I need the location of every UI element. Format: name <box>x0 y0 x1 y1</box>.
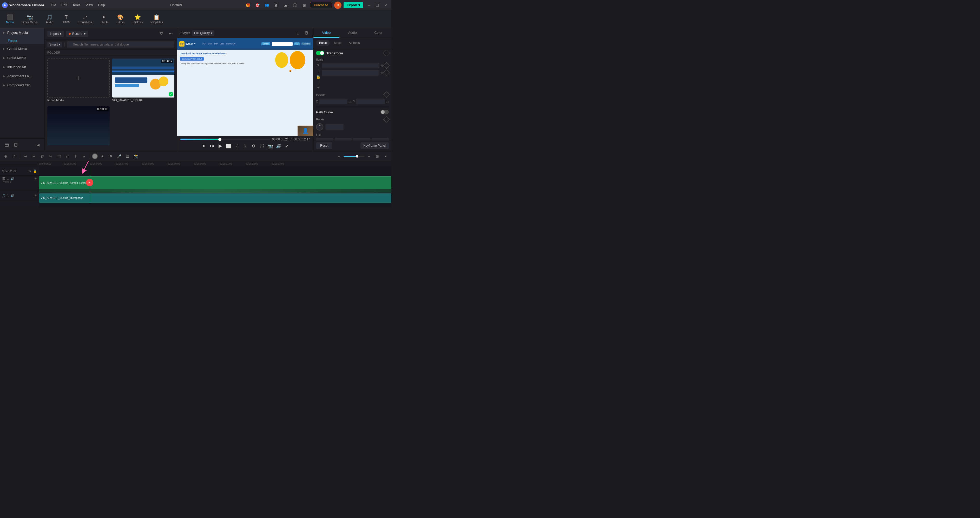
rotate-wheel[interactable] <box>316 123 323 131</box>
tool-audio[interactable]: 🎵 Audio <box>42 13 57 25</box>
mark-out-button[interactable]: } <box>242 142 249 150</box>
import-media-thumb[interactable]: + <box>47 59 110 97</box>
tl-video2-eye-icon[interactable]: 👁 <box>28 169 32 173</box>
add-file-icon[interactable] <box>13 141 20 148</box>
position-keyframe[interactable] <box>383 91 390 98</box>
tl-clip-audio1[interactable]: VID_20241010_063504_Microphone <box>39 193 391 202</box>
tl-layout-button[interactable]: ⊟ <box>374 153 381 160</box>
tl-record-start-button[interactable] <box>92 153 98 159</box>
mark-in-button[interactable]: { <box>233 142 241 150</box>
flip-btn4[interactable]: ▯ <box>372 138 389 140</box>
tool-effects[interactable]: ✦ Effects <box>96 13 112 25</box>
tool-titles[interactable]: T Titles <box>59 13 74 25</box>
position-x-input[interactable]: 0.00 <box>319 99 347 104</box>
media-item-vid1[interactable]: 00:00:12 ✓ VID_20241010_063504 <box>112 59 175 104</box>
scale-x-input[interactable]: 100.00 <box>322 63 379 69</box>
tl-zoom-out-button[interactable]: − <box>335 153 342 160</box>
playback-settings-icon[interactable]: ⚙ <box>250 142 257 150</box>
subtab-ai-tools[interactable]: AI Tools <box>346 40 363 46</box>
menu-help[interactable]: Help <box>95 2 108 8</box>
socialize-btn[interactable]: Socialize <box>301 42 311 45</box>
tool-stock-media[interactable]: 📷 Stock Media <box>19 13 41 25</box>
zoom-thumb[interactable] <box>356 155 358 158</box>
import-media-item[interactable]: + Import Media <box>47 59 110 104</box>
tab-video[interactable]: Video <box>313 28 339 38</box>
smart-dropdown[interactable]: Smart ▾ <box>47 41 62 47</box>
tl-camera-button[interactable]: 📸 <box>132 153 139 160</box>
frame-back-button[interactable]: ⏭ <box>208 142 216 150</box>
tl-select-tool[interactable]: ↗ <box>10 153 18 160</box>
scale-y-input[interactable]: 100.00 <box>322 70 379 76</box>
tl-undo-button[interactable]: ↩ <box>22 153 29 160</box>
reset-button[interactable]: Reset <box>316 142 332 149</box>
media-item-vid2[interactable]: 00:00:19 <box>47 106 110 148</box>
minimize-button[interactable]: ─ <box>365 2 373 8</box>
menu-file[interactable]: File <box>48 2 59 8</box>
headphone-icon[interactable]: 🎧 <box>291 2 299 9</box>
rotate-keyframe[interactable] <box>383 116 390 123</box>
snapshot-button[interactable]: 📷 <box>267 142 274 150</box>
cut-marker[interactable]: ✂ <box>86 179 93 186</box>
transform-toggle[interactable] <box>316 51 325 56</box>
tl-crop-button[interactable]: ⬚ <box>56 153 63 160</box>
menu-view[interactable]: View <box>83 2 95 8</box>
lock-icon[interactable]: 🔒 <box>316 75 320 79</box>
sidebar-item-cloud-media[interactable]: ▶ Cloud Media <box>0 53 45 62</box>
tool-stickers[interactable]: ⭐ Stickers <box>129 13 146 25</box>
keyframe-panel-button[interactable]: Keyframe Panel <box>360 142 389 149</box>
flip-btn3[interactable]: ▭ <box>353 138 370 140</box>
volume-button[interactable]: 🔊 <box>275 142 282 150</box>
tl-cut-button[interactable]: ✂ <box>47 153 54 160</box>
menu-tools[interactable]: Tools <box>70 2 83 8</box>
tl-audio1-eye-icon[interactable]: 👁 <box>34 194 37 198</box>
tl-overlay-button[interactable]: ⬓ <box>124 153 131 160</box>
gift-icon[interactable]: 🎁 <box>245 2 252 9</box>
tl-delete-button[interactable]: 🗑 <box>39 153 46 160</box>
sidebar-item-global-media[interactable]: ▶ Global Media <box>0 44 45 53</box>
zoom-track[interactable] <box>344 156 364 157</box>
tab-audio[interactable]: Audio <box>339 28 365 38</box>
path-curve-toggle[interactable] <box>380 110 389 115</box>
target-icon[interactable]: 🎯 <box>254 2 261 9</box>
play-button[interactable]: ▶ <box>217 142 224 150</box>
fullscreen-button[interactable]: ⛶ <box>258 142 266 150</box>
tab-color[interactable]: Color <box>365 28 391 38</box>
grid-view-icon[interactable]: ⊞ <box>294 29 302 37</box>
tl-flag-button[interactable]: ⚑ <box>107 153 115 160</box>
tl-video1-speaker-icon[interactable]: 🔊 <box>10 177 14 180</box>
purchase-button[interactable]: Purchase <box>310 2 332 8</box>
tl-ripple-button[interactable]: ✦ <box>99 153 106 160</box>
tl-video2-settings-icon[interactable]: ⚙ <box>13 169 16 173</box>
cloud-download-icon[interactable]: ☁ <box>282 2 289 9</box>
scale-y-keyframe[interactable] <box>383 69 390 76</box>
flip-vertical-button[interactable]: ⇅ <box>316 138 333 140</box>
tl-text-button[interactable]: T <box>72 153 79 160</box>
transform-keyframe-button[interactable] <box>383 49 390 56</box>
rotate-input[interactable]: 0.00° <box>325 124 344 130</box>
tool-filters[interactable]: 🎨 Filters <box>113 13 128 25</box>
image-view-icon[interactable]: 🖼 <box>303 29 310 37</box>
user-avatar[interactable]: C <box>334 2 342 9</box>
subtab-mask[interactable]: Mask <box>331 40 345 46</box>
go-btn[interactable]: GO <box>294 42 300 45</box>
sidebar-item-folder[interactable]: Folder <box>0 37 45 44</box>
filter-icon[interactable] <box>158 30 165 37</box>
tool-media[interactable]: ⬛ Media <box>2 13 18 25</box>
donate-btn[interactable]: Donate <box>261 42 270 45</box>
quality-dropdown[interactable]: Full Quality ▾ <box>192 30 215 36</box>
more-options-icon[interactable]: ••• <box>167 30 174 37</box>
tl-add-track-button[interactable]: ⊕ <box>2 153 10 160</box>
group-icon[interactable]: 👥 <box>263 2 270 9</box>
tl-mic-button[interactable]: 🎤 <box>115 153 123 160</box>
tl-redo-button[interactable]: ↪ <box>30 153 38 160</box>
tool-templates[interactable]: 📋 Templates <box>147 13 166 25</box>
sidebar-item-adjustment[interactable]: ▶ Adjustment La... <box>0 72 45 81</box>
tl-video1-eye-icon[interactable]: 👁 <box>34 177 37 180</box>
grid-icon[interactable]: ⊞ <box>301 2 308 9</box>
position-y-input[interactable]: 0.00 <box>356 99 385 104</box>
tl-video2-lock-icon[interactable]: 🔒 <box>33 169 37 173</box>
search-input[interactable] <box>67 41 174 48</box>
record-button[interactable]: Record ▾ <box>66 31 88 37</box>
flip-horizontal-button[interactable]: ⇆ <box>335 138 352 140</box>
export-button[interactable]: Export ▾ <box>344 2 363 8</box>
